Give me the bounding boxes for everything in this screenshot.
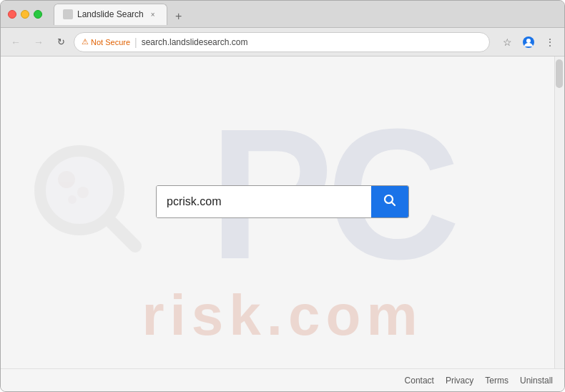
url-separator: | bbox=[134, 36, 137, 48]
risk-watermark-text: risk.com bbox=[142, 283, 423, 348]
search-button-icon bbox=[383, 193, 397, 211]
refresh-button[interactable]: ↻ bbox=[52, 34, 69, 51]
menu-icon[interactable]: ⋮ bbox=[541, 34, 559, 51]
browser-window: Landslide Search × + ← → ↻ ⚠ Not Secure … bbox=[0, 0, 565, 392]
close-window-button[interactable] bbox=[8, 10, 16, 19]
svg-line-3 bbox=[108, 219, 135, 246]
profile-icon[interactable] bbox=[520, 34, 537, 51]
tab-bar: Landslide Search × + bbox=[54, 4, 557, 25]
tab-title: Landslide Search bbox=[77, 9, 144, 19]
footer-uninstall-link[interactable]: Uninstall bbox=[520, 376, 553, 386]
footer-terms-link[interactable]: Terms bbox=[485, 376, 508, 386]
svg-point-2 bbox=[40, 151, 119, 230]
bookmark-icon[interactable]: ☆ bbox=[498, 34, 516, 51]
search-section bbox=[156, 185, 409, 218]
address-bar-row: ← → ↻ ⚠ Not Secure | search.landslidesea… bbox=[1, 28, 564, 57]
security-warning-text: Not Secure bbox=[91, 38, 130, 46]
maximize-window-button[interactable] bbox=[34, 10, 42, 19]
new-tab-button[interactable]: + bbox=[170, 8, 187, 25]
minimize-window-button[interactable] bbox=[21, 10, 29, 19]
svg-point-6 bbox=[68, 195, 77, 204]
search-button[interactable] bbox=[371, 186, 408, 217]
scrollbar-track[interactable] bbox=[554, 57, 564, 368]
svg-line-8 bbox=[392, 202, 396, 205]
search-input[interactable] bbox=[157, 186, 371, 217]
svg-point-1 bbox=[526, 39, 531, 43]
footer: Contact Privacy Terms Uninstall bbox=[1, 368, 564, 391]
footer-privacy-link[interactable]: Privacy bbox=[446, 376, 473, 386]
scrollbar-thumb[interactable] bbox=[556, 59, 563, 88]
forward-button[interactable]: → bbox=[29, 33, 48, 52]
back-button[interactable]: ← bbox=[6, 33, 25, 52]
footer-contact-link[interactable]: Contact bbox=[405, 376, 434, 386]
page-content: PC risk.com bbox=[1, 57, 564, 368]
search-box-container bbox=[156, 185, 409, 218]
tab-favicon bbox=[63, 9, 73, 19]
url-display: search.landslidesearch.com bbox=[142, 37, 248, 47]
active-tab[interactable]: Landslide Search × bbox=[54, 4, 167, 25]
security-warning: ⚠ Not Secure bbox=[82, 37, 130, 46]
tab-close-button[interactable]: × bbox=[148, 9, 158, 19]
svg-point-4 bbox=[58, 171, 75, 188]
warning-icon: ⚠ bbox=[82, 37, 89, 46]
title-bar: Landslide Search × + bbox=[1, 1, 564, 28]
magnifier-watermark bbox=[29, 144, 144, 258]
address-bar[interactable]: ⚠ Not Secure | search.landslidesearch.co… bbox=[74, 32, 490, 52]
address-bar-icons: ☆ ⋮ bbox=[498, 34, 559, 51]
svg-point-5 bbox=[77, 187, 89, 198]
traffic-lights bbox=[8, 10, 42, 19]
